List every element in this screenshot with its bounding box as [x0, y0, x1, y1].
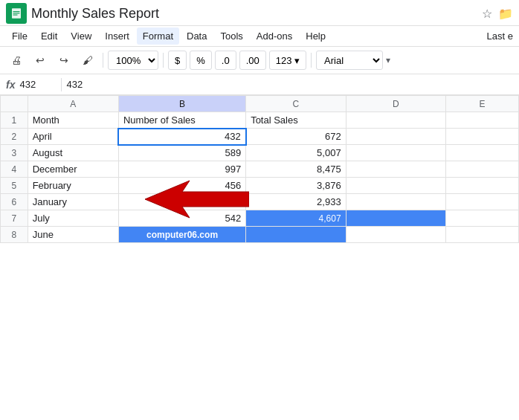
spreadsheet-wrapper: A B C D E 1 Month Number of Sales Total … — [0, 95, 519, 243]
cell-b2[interactable]: 432 — [118, 129, 245, 145]
cell-c1[interactable]: Total Sales — [246, 112, 346, 129]
formula-bar: fx 432 432 — [0, 74, 519, 95]
spreadsheet: A B C D E 1 Month Number of Sales Total … — [0, 95, 519, 243]
decimal-up-button[interactable]: .00 — [239, 51, 266, 70]
last-edit-label: Last e — [487, 30, 513, 42]
percent-button[interactable]: % — [190, 51, 212, 70]
page-title: Monthly Sales Report — [31, 6, 477, 22]
title-bar: Monthly Sales Report ☆ 📁 — [0, 0, 519, 26]
row-num-8: 8 — [1, 227, 28, 243]
col-header-c[interactable]: C — [246, 96, 346, 112]
row-num-1: 1 — [1, 112, 28, 129]
cell-e4[interactable] — [446, 161, 519, 178]
cell-a5[interactable]: February — [28, 178, 118, 194]
cell-d1[interactable] — [346, 112, 446, 129]
cell-e1[interactable] — [446, 112, 519, 129]
col-header-b[interactable]: B — [118, 96, 245, 112]
table-row: 4 December 997 8,475 — [1, 161, 519, 178]
menu-format[interactable]: Format — [137, 28, 179, 45]
cell-e8[interactable] — [446, 227, 519, 243]
menu-view[interactable]: View — [65, 28, 97, 45]
cell-reference: 432 — [19, 79, 57, 90]
cell-b5[interactable]: 456 — [118, 178, 245, 194]
menu-insert[interactable]: Insert — [99, 28, 135, 45]
menu-file[interactable]: File — [6, 28, 33, 45]
menu-tools[interactable]: Tools — [214, 28, 248, 45]
cell-b8[interactable]: computer06.com — [118, 227, 245, 243]
undo-button[interactable]: ↩ — [30, 50, 51, 71]
title-icons: ☆ 📁 — [482, 7, 513, 21]
cell-c5[interactable]: 3,876 — [246, 178, 346, 194]
cell-c2[interactable]: 672 — [246, 129, 346, 145]
svg-rect-2 — [13, 13, 20, 13]
cell-b4[interactable]: 997 — [118, 161, 245, 178]
currency-button[interactable]: $ — [168, 51, 187, 70]
toolbar-separator-1 — [103, 53, 103, 68]
cell-e5[interactable] — [446, 178, 519, 194]
cell-b6[interactable]: 345 — [118, 194, 245, 210]
paint-format-button[interactable]: 🖌 — [77, 50, 98, 71]
fx-label: fx — [6, 79, 15, 91]
col-header-e[interactable]: E — [446, 96, 519, 112]
menu-help[interactable]: Help — [300, 28, 332, 45]
cell-b3[interactable]: 589 — [118, 145, 245, 161]
cell-e6[interactable] — [446, 194, 519, 210]
cell-a8[interactable]: June — [28, 227, 118, 243]
corner-header — [1, 96, 28, 112]
cell-a3[interactable]: August — [28, 145, 118, 161]
cell-c3[interactable]: 5,007 — [246, 145, 346, 161]
menu-edit[interactable]: Edit — [35, 28, 63, 45]
cell-b7[interactable]: 542 — [118, 210, 245, 227]
cell-d4[interactable] — [346, 161, 446, 178]
cell-d6[interactable] — [346, 194, 446, 210]
col-header-a[interactable]: A — [28, 96, 118, 112]
cell-a4[interactable]: December — [28, 161, 118, 178]
cell-b1[interactable]: Number of Sales — [118, 112, 245, 129]
cell-d2[interactable] — [346, 129, 446, 145]
decimal-down-button[interactable]: .0 — [215, 51, 236, 70]
app-logo — [6, 3, 27, 24]
cell-e3[interactable] — [446, 145, 519, 161]
cell-a1[interactable]: Month — [28, 112, 118, 129]
table-row: 8 June computer06.com — [1, 227, 519, 243]
cell-d8[interactable] — [346, 227, 446, 243]
star-icon[interactable]: ☆ — [482, 7, 492, 21]
formula-value[interactable]: 432 — [66, 79, 513, 90]
cell-e2[interactable] — [446, 129, 519, 145]
font-select[interactable]: Arial Calibri Times New Roman — [316, 51, 383, 70]
zoom-select[interactable]: 100% 75% 125% — [108, 51, 158, 70]
table-row: 6 January 345 2,933 — [1, 194, 519, 210]
cell-a2[interactable]: April — [28, 129, 118, 145]
print-button[interactable]: 🖨 — [6, 50, 27, 71]
row-num-6: 6 — [1, 194, 28, 210]
cell-a7[interactable]: July — [28, 210, 118, 227]
cell-a6[interactable]: January — [28, 194, 118, 210]
table-row: 1 Month Number of Sales Total Sales — [1, 112, 519, 129]
cell-e7[interactable] — [446, 210, 519, 227]
cell-d3[interactable] — [346, 145, 446, 161]
menu-data[interactable]: Data — [181, 28, 213, 45]
menu-bar: File Edit View Insert Format Data Tools … — [0, 26, 519, 47]
table-row: 3 August 589 5,007 — [1, 145, 519, 161]
row-num-2: 2 — [1, 129, 28, 145]
table-row: 5 February 456 3,876 — [1, 178, 519, 194]
row-num-3: 3 — [1, 145, 28, 161]
folder-icon[interactable]: 📁 — [498, 7, 513, 21]
cell-d5[interactable] — [346, 178, 446, 194]
redo-button[interactable]: ↪ — [54, 50, 74, 71]
menu-addons[interactable]: Add-ons — [251, 28, 298, 45]
svg-rect-3 — [13, 15, 18, 16]
toolbar-separator-2 — [163, 53, 164, 68]
table-row: 7 July 542 4,607 — [1, 210, 519, 227]
svg-rect-1 — [13, 11, 20, 12]
row-num-4: 4 — [1, 161, 28, 178]
cell-c6[interactable]: 2,933 — [246, 194, 346, 210]
formula-separator — [61, 78, 62, 91]
col-header-d[interactable]: D — [346, 96, 446, 112]
table-row: 2 April 432 672 — [1, 129, 519, 145]
number-format-button[interactable]: 123 ▾ — [269, 51, 306, 70]
cell-d7[interactable] — [346, 210, 446, 227]
cell-c7[interactable]: 4,607 — [246, 210, 346, 227]
cell-c4[interactable]: 8,475 — [246, 161, 346, 178]
cell-c8[interactable] — [246, 227, 346, 243]
